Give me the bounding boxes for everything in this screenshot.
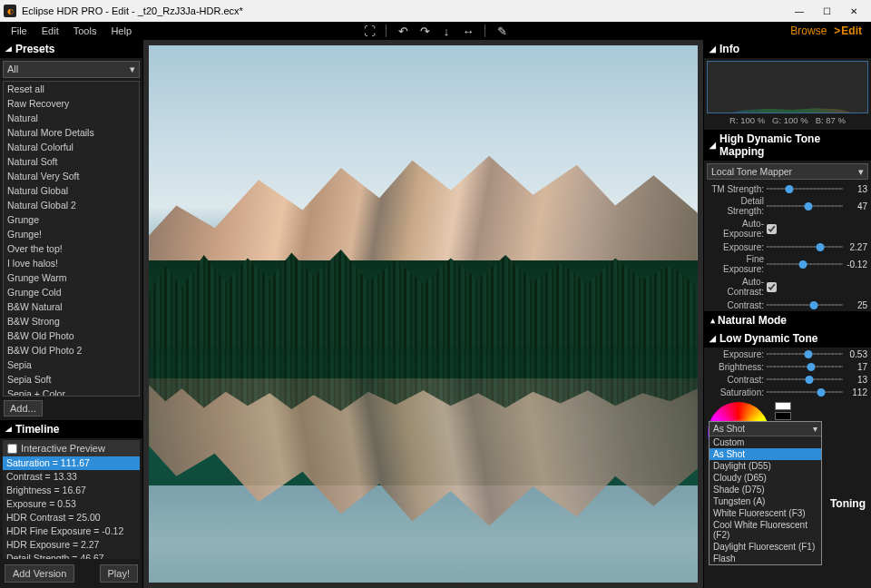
timeline-entry[interactable]: Brightness = 16.67 — [3, 484, 140, 497]
ldt-exposure-slider[interactable]: Exposure:0.53 — [704, 348, 871, 360]
ldt-saturation-slider[interactable]: Saturation:112 — [704, 386, 871, 398]
chevron-down-icon: ▾ — [858, 166, 864, 177]
preset-item[interactable]: Grunge Cold — [4, 285, 139, 299]
interactive-preview-checkbox[interactable] — [7, 444, 17, 454]
ldt-header[interactable]: ◢Low Dynamic Tone — [704, 329, 871, 348]
play-button[interactable]: Play! — [100, 564, 138, 583]
preset-item[interactable]: Natural Global — [4, 183, 139, 198]
preset-item[interactable]: B&W Strong — [4, 314, 139, 328]
swatch-white[interactable] — [775, 402, 791, 410]
preset-item[interactable]: Raw Recovery — [4, 96, 139, 111]
menu-help[interactable]: Help — [103, 23, 139, 39]
preset-item[interactable]: B&W Natural — [4, 299, 139, 314]
hist-g: G: 100 % — [772, 115, 808, 125]
white-balance-dropdown[interactable]: As Shot▾ CustomAs ShotDaylight (D55)Clou… — [709, 421, 822, 565]
brush-icon[interactable]: ✎ — [494, 23, 510, 39]
rotate-left-icon[interactable]: ↶ — [395, 23, 411, 39]
maximize-button[interactable]: ☐ — [813, 2, 840, 20]
chevron-down-icon: ▾ — [813, 424, 817, 434]
title-bar: ◐ Eclipse HDR PRO - Edit - _t20_RzJ3Ja-H… — [0, 0, 871, 22]
minimize-button[interactable]: — — [786, 2, 813, 20]
menu-file[interactable]: File — [4, 23, 34, 39]
presets-add-button[interactable]: Add... — [4, 400, 43, 416]
detail-strength-slider[interactable]: Detail Strength:47 — [704, 195, 871, 217]
preset-item[interactable]: Sepia + Color — [4, 387, 139, 397]
hdr-contrast-slider[interactable]: Contrast:25 — [704, 299, 871, 311]
presets-header[interactable]: ◢Presets — [0, 40, 142, 58]
fine-exposure-slider[interactable]: Fine Exposure:-0.12 — [704, 253, 871, 275]
preset-item[interactable]: Sepia Soft — [4, 372, 139, 387]
tone-mapper-select[interactable]: Local Tone Mapper▾ — [707, 163, 868, 180]
window-title: Eclipse HDR PRO - Edit - _t20_RzJ3Ja-HDR… — [22, 5, 786, 16]
wb-option[interactable]: Cloudy (D65) — [710, 472, 821, 484]
natural-mode-header[interactable]: ▸Natural Mode — [704, 311, 871, 329]
wb-option[interactable]: Flash — [710, 553, 821, 564]
preset-item[interactable]: Grunge! — [4, 227, 139, 241]
timeline-entry[interactable]: HDR Exposure = 2.27 — [3, 538, 140, 552]
flip-vertical-icon[interactable]: ↓ — [438, 23, 455, 39]
preset-item[interactable]: Grunge — [4, 212, 139, 227]
timeline-entry[interactable]: Saturation = 111.67 — [3, 456, 140, 470]
hdr-exposure-slider[interactable]: Exposure:2.27 — [704, 240, 871, 253]
fit-screen-icon[interactable]: ⛶ — [361, 23, 377, 39]
presets-list[interactable]: Reset allRaw RecoveryNaturalNatural More… — [3, 81, 140, 397]
close-button[interactable]: ✕ — [840, 2, 867, 20]
menu-edit[interactable]: Edit — [34, 23, 66, 39]
swatch-black[interactable] — [775, 412, 791, 420]
hdtm-header[interactable]: ◢High Dynamic Tone Mapping — [704, 130, 871, 161]
add-version-button[interactable]: Add Version — [5, 564, 74, 583]
timeline-entry[interactable]: Contrast = 13.33 — [3, 470, 140, 484]
flip-horizontal-icon[interactable]: ↔ — [460, 23, 476, 39]
auto-contrast-checkbox[interactable] — [767, 282, 777, 292]
left-panel: ◢Presets All▾ Reset allRaw RecoveryNatur… — [0, 40, 143, 588]
histogram — [707, 61, 868, 113]
wb-option[interactable]: Daylight (D55) — [710, 460, 821, 472]
hist-r: R: 100 % — [729, 115, 765, 125]
preset-item[interactable]: B&W Old Photo 2 — [4, 343, 139, 358]
info-header[interactable]: ◢Info — [704, 40, 871, 58]
preset-item[interactable]: B&W Old Photo — [4, 328, 139, 343]
timeline-entry[interactable]: Detail Strength = 46.67 — [3, 552, 140, 559]
menu-bar: File Edit Tools Help ⛶ ↶ ↷ ↓ ↔ ✎ Browse … — [0, 22, 871, 40]
wb-option[interactable]: Tungsten (A) — [710, 495, 821, 507]
image-viewer[interactable] — [143, 40, 703, 588]
timeline-entry[interactable]: HDR Contrast = 25.00 — [3, 511, 140, 524]
tm-strength-slider[interactable]: TM Strength:13 — [704, 182, 871, 195]
wb-option[interactable]: Shade (D75) — [710, 484, 821, 495]
wb-option[interactable]: As Shot — [710, 448, 821, 460]
right-panel: ◢Info R: 100 % G: 100 % B: 87 % ◢High Dy… — [703, 40, 871, 588]
preset-item[interactable]: Natural More Details — [4, 125, 139, 140]
wb-option[interactable]: Cool White Fluorescent (F2) — [710, 519, 821, 541]
timeline-header[interactable]: ◢Timeline — [0, 420, 142, 438]
preset-item[interactable]: Sepia — [4, 358, 139, 372]
preset-item[interactable]: Natural Very Soft — [4, 169, 139, 183]
auto-exposure-row[interactable]: Auto-Exposure: — [704, 217, 871, 240]
toning-label: Toning — [830, 497, 866, 510]
timeline-entry[interactable]: HDR Fine Exposure = -0.12 — [3, 524, 140, 538]
menu-tools[interactable]: Tools — [66, 23, 104, 39]
ldt-brightness-slider[interactable]: Brightness:17 — [704, 360, 871, 373]
timeline-list[interactable]: Saturation = 111.67Contrast = 13.33Brigh… — [3, 456, 140, 559]
interactive-preview-row[interactable]: Interactive Preview — [3, 440, 140, 456]
preset-item[interactable]: Over the top! — [4, 241, 139, 256]
timeline-entry[interactable]: Exposure = 0.53 — [3, 497, 140, 511]
auto-contrast-row[interactable]: Auto-Contrast: — [704, 275, 871, 299]
auto-exposure-checkbox[interactable] — [767, 224, 777, 234]
preset-item[interactable]: Grunge Warm — [4, 270, 139, 285]
hist-b: B: 87 % — [816, 115, 846, 125]
preset-item[interactable]: Natural Soft — [4, 154, 139, 169]
presets-filter-select[interactable]: All▾ — [3, 61, 140, 78]
wb-option[interactable]: Daylight Fluorescent (F1) — [710, 541, 821, 553]
ldt-contrast-slider[interactable]: Contrast:13 — [704, 373, 871, 386]
rotate-right-icon[interactable]: ↷ — [416, 23, 433, 39]
interactive-preview-label: Interactive Preview — [21, 443, 105, 454]
preset-item[interactable]: Natural Colorful — [4, 140, 139, 154]
edit-link[interactable]: Edit — [834, 24, 862, 37]
wb-option[interactable]: White Fluorescent (F3) — [710, 507, 821, 519]
wb-option[interactable]: Custom — [710, 436, 821, 448]
preset-item[interactable]: Natural — [4, 111, 139, 125]
preset-item[interactable]: Reset all — [4, 82, 139, 96]
preset-item[interactable]: Natural Global 2 — [4, 198, 139, 212]
preset-item[interactable]: I love halos! — [4, 256, 139, 270]
browse-link[interactable]: Browse — [790, 24, 827, 37]
